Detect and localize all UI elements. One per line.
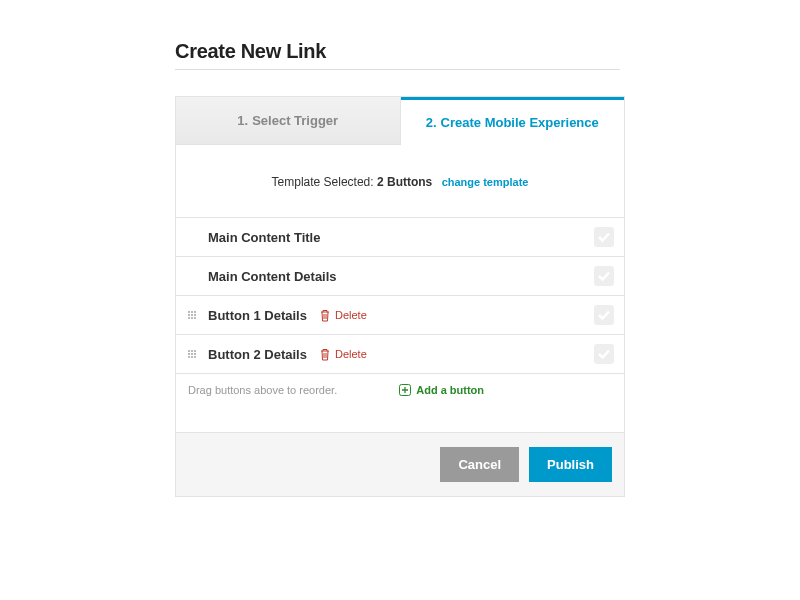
page-title: Create New Link — [175, 40, 620, 63]
publish-button[interactable]: Publish — [529, 447, 612, 482]
content-list: Main Content Title Main Content Details — [176, 218, 624, 374]
delete-button[interactable]: Delete — [319, 348, 367, 361]
item-button-2-details[interactable]: Button 2 Details Delete — [176, 335, 624, 374]
check-icon — [598, 271, 610, 281]
cancel-button[interactable]: Cancel — [440, 447, 519, 482]
add-button[interactable]: Add a button — [399, 384, 484, 396]
reorder-hint: Drag buttons above to reorder. — [188, 384, 337, 396]
tab2-number: 2. — [426, 115, 437, 130]
tab-select-trigger[interactable]: 1. Select Trigger — [176, 97, 401, 145]
item-label: Button 2 Details — [208, 347, 307, 362]
delete-label: Delete — [335, 348, 367, 360]
check-icon — [598, 232, 610, 242]
item-checkbox[interactable] — [594, 344, 614, 364]
item-label: Button 1 Details — [208, 308, 307, 323]
template-selected-row: Template Selected: 2 Buttons change temp… — [176, 145, 624, 218]
check-icon — [598, 310, 610, 320]
tab2-label: Create Mobile Experience — [441, 115, 599, 130]
item-label: Main Content Title — [208, 230, 320, 245]
tab1-number: 1. — [237, 113, 248, 128]
add-button-label: Add a button — [416, 384, 484, 396]
item-checkbox[interactable] — [594, 305, 614, 325]
add-row: Drag buttons above to reorder. Add a but… — [176, 374, 624, 432]
trash-icon — [319, 348, 331, 361]
item-main-content-details[interactable]: Main Content Details — [176, 257, 624, 296]
item-label: Main Content Details — [208, 269, 337, 284]
tab1-label: Select Trigger — [252, 113, 338, 128]
plus-icon — [399, 384, 411, 396]
trash-icon — [319, 309, 331, 322]
template-prefix: Template Selected: — [272, 175, 374, 189]
item-main-content-title[interactable]: Main Content Title — [176, 218, 624, 257]
item-button-1-details[interactable]: Button 1 Details Delete — [176, 296, 624, 335]
wizard-tabs: 1. Select Trigger 2. Create Mobile Exper… — [176, 97, 624, 145]
tab-create-mobile-experience[interactable]: 2. Create Mobile Experience — [401, 97, 625, 145]
item-checkbox[interactable] — [594, 227, 614, 247]
drag-handle-icon[interactable] — [188, 311, 198, 319]
drag-handle-icon[interactable] — [188, 350, 198, 358]
delete-label: Delete — [335, 309, 367, 321]
footer-actions: Cancel Publish — [176, 432, 624, 496]
title-divider — [175, 69, 620, 70]
delete-button[interactable]: Delete — [319, 309, 367, 322]
change-template-link[interactable]: change template — [442, 176, 529, 188]
wizard-panel: 1. Select Trigger 2. Create Mobile Exper… — [175, 96, 625, 497]
item-checkbox[interactable] — [594, 266, 614, 286]
check-icon — [598, 349, 610, 359]
template-name: 2 Buttons — [377, 175, 432, 189]
